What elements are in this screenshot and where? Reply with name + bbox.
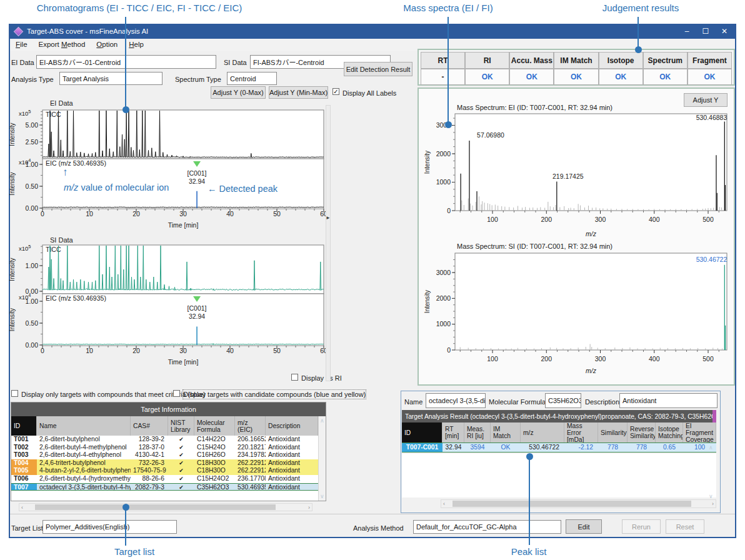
ei-data-field[interactable]: EI-ABSカバー-01-Centroid bbox=[36, 55, 216, 69]
result-table-hscrollbar[interactable]: ‹ › bbox=[441, 499, 716, 508]
result-header-4[interactable]: m/z bbox=[521, 422, 564, 442]
result-header-2[interactable]: Meas.RI [iu] bbox=[464, 422, 491, 442]
result-value-2: OK bbox=[491, 443, 521, 452]
judgement-value-3: OK bbox=[554, 69, 598, 85]
menu-export-method[interactable]: Export Method bbox=[33, 39, 91, 51]
svg-text:40: 40 bbox=[226, 210, 234, 218]
analysis-method-field[interactable]: Default_for_AccuTOF_GC-Alpha bbox=[413, 520, 561, 534]
display-as-ri-checkbox[interactable] bbox=[291, 374, 298, 381]
result-scroll-right-icon[interactable]: › bbox=[712, 500, 714, 508]
judgement-col-ri: RI bbox=[465, 52, 509, 69]
si-data-label: SI Data bbox=[224, 58, 247, 67]
target-header-6[interactable]: Description bbox=[266, 416, 318, 436]
menu-help[interactable]: Help bbox=[123, 39, 149, 51]
table-row-T002[interactable]: T0022,6-ditert-butyl-4-methylphenol128-3… bbox=[11, 444, 326, 452]
adjust-y-minmax-button[interactable]: Adjust Y (Min-Max) bbox=[269, 86, 328, 99]
table-row-T004[interactable]: T0042,4,6-tritert-butylphenol732-26-3✔C1… bbox=[11, 459, 326, 468]
adjust-y-0max-button[interactable]: Adjust Y (0-Max) bbox=[211, 86, 266, 99]
row-id: T001 bbox=[11, 436, 37, 444]
edit-detection-result-button[interactable]: Edit Detection Result bbox=[344, 62, 412, 76]
svg-text:100: 100 bbox=[487, 355, 498, 362]
row-formula: C35H62O3 bbox=[194, 484, 235, 491]
ei-chromatogram-plot[interactable]: 2.505.00x105IntensityTICC0.000.501.00x10… bbox=[9, 106, 330, 236]
menu-option[interactable]: Option bbox=[91, 39, 123, 51]
table-row-T007[interactable]: T007octadecyl 3-(3,5-ditert-butyl-4-hydr… bbox=[11, 483, 326, 491]
result-scroll-down-icon[interactable]: ∨ bbox=[709, 493, 713, 499]
si-mass-spectrum-plot[interactable]: 0100020003000100200300400500m/zIntensity… bbox=[422, 249, 735, 381]
result-header-5[interactable]: Mass Error[mDa] bbox=[564, 422, 598, 442]
spectrum-type-field[interactable]: Centroid bbox=[227, 72, 277, 85]
result-header-9[interactable]: EI FragmentCoverage bbox=[683, 422, 716, 442]
judgement-value-4: OK bbox=[599, 69, 643, 85]
svg-text:TICC: TICC bbox=[46, 111, 61, 118]
target-header-1[interactable]: Name bbox=[37, 416, 131, 436]
ei-mass-spectrum-plot[interactable]: 0100020003000100200300400500m/zIntensity… bbox=[422, 111, 735, 242]
close-button[interactable]: ✕ bbox=[715, 27, 734, 36]
target-header-2[interactable]: CAS# bbox=[131, 416, 168, 436]
row-cas: 17540-75-9 bbox=[131, 467, 168, 475]
target-hscroll-thumb[interactable] bbox=[35, 504, 276, 510]
splitter-handle[interactable] bbox=[326, 105, 331, 381]
si-chromatogram-plot[interactable]: 0.001.00x105IntensityTICC0.000.501.00x10… bbox=[9, 241, 330, 375]
target-table-hscrollbar[interactable]: ‹ › bbox=[19, 503, 312, 511]
target-table-vscrollbar[interactable]: ∧ ∨ bbox=[318, 416, 326, 501]
result-hscroll-thumb[interactable] bbox=[452, 501, 691, 507]
splitter-collapse-icon[interactable]: ► bbox=[326, 215, 331, 221]
menu-file[interactable]: File bbox=[10, 39, 33, 51]
target-header-5[interactable]: m/z (EIC) bbox=[235, 416, 266, 436]
compound-name-field[interactable]: octadecyl 3-(3,5-ditert-butyl-4-hydroxyp… bbox=[426, 393, 486, 408]
result-header-7[interactable]: ReverseSimilarity bbox=[628, 422, 656, 442]
display-all-labels-checkbox[interactable]: ✓ bbox=[332, 88, 339, 95]
row-description: Antioxidant bbox=[266, 475, 318, 483]
result-scroll-left-icon[interactable]: ‹ bbox=[443, 500, 445, 508]
rerun-button[interactable]: Rerun bbox=[622, 519, 661, 534]
judgement-value-0: - bbox=[421, 69, 465, 85]
display-as-ri-label: Display as RI bbox=[301, 374, 342, 382]
target-header-4[interactable]: MolecularFormula bbox=[194, 416, 235, 436]
scroll-left-icon[interactable]: ‹ bbox=[21, 504, 23, 511]
scroll-up-icon[interactable]: ∧ bbox=[320, 418, 324, 424]
analysis-type-field[interactable]: Target Analysis bbox=[59, 72, 162, 85]
result-table-row[interactable]: T007-C00132.943594OK530.46722-2.12778778… bbox=[402, 442, 716, 452]
filter-candidate-checkbox[interactable] bbox=[173, 390, 180, 397]
result-header-8[interactable]: IsotopeMatching bbox=[656, 422, 683, 442]
svg-text:3000: 3000 bbox=[436, 269, 451, 276]
svg-text:10: 10 bbox=[86, 210, 93, 218]
svg-text:Intensity: Intensity bbox=[424, 151, 431, 174]
title-bar[interactable]: Target-ABS cover - msFineAnalysis AI – ☐… bbox=[9, 24, 736, 39]
annotation-dot-judgement bbox=[635, 46, 642, 53]
adjust-y-button[interactable]: Adjust Y bbox=[684, 93, 728, 107]
target-header-0[interactable]: ID bbox=[11, 416, 37, 436]
minimize-button[interactable]: – bbox=[678, 27, 696, 36]
table-row-T003[interactable]: T0032,6-ditert-butyl-4-ethylphenol4130-4… bbox=[11, 451, 326, 459]
edit-button[interactable]: Edit bbox=[566, 519, 602, 534]
description-field[interactable]: Antioxidant bbox=[619, 393, 718, 408]
row-id: T004 bbox=[11, 459, 37, 468]
result-scroll-up-icon[interactable]: ∧ bbox=[709, 444, 713, 451]
result-header-3[interactable]: IM Match bbox=[491, 422, 521, 442]
row-description: Antioxidant bbox=[266, 484, 318, 491]
row-mz: 236.17708 bbox=[235, 475, 266, 483]
row-cas: 128-39-2 bbox=[131, 436, 168, 444]
target-header-3[interactable]: NISTLibrary bbox=[168, 416, 194, 436]
judgement-col-accu-mass: Accu. Mass bbox=[509, 52, 554, 69]
table-row-T006[interactable]: T0062,6-ditert-butyl-4-(hydroxymethyl)ph… bbox=[11, 475, 326, 483]
maximize-button[interactable]: ☐ bbox=[696, 27, 715, 36]
spectrum-type-label: Spectrum Type bbox=[175, 75, 221, 84]
result-header-0[interactable]: ID bbox=[402, 422, 442, 442]
svg-text:0.00: 0.00 bbox=[26, 341, 39, 349]
table-row-T001[interactable]: T0012,6-ditert-butylphenol128-39-2✔C14H2… bbox=[11, 436, 326, 444]
scroll-right-icon[interactable]: › bbox=[308, 504, 310, 511]
ei-data-label: EI Data bbox=[11, 58, 34, 67]
filter-meet-criteria-checkbox[interactable] bbox=[11, 390, 18, 397]
reset-button[interactable]: Reset bbox=[666, 519, 704, 534]
row-cas: 4130-42-1 bbox=[131, 451, 168, 459]
scroll-down-icon[interactable]: ∨ bbox=[320, 493, 324, 499]
result-header-1[interactable]: RT[min] bbox=[442, 422, 464, 442]
target-lists-field[interactable]: Polymer_Additives(English) bbox=[42, 520, 177, 534]
result-header-6[interactable]: Similarity bbox=[598, 422, 628, 442]
table-row-T005[interactable]: T0054-butan-2-yl-2,6-ditert-butylphenol1… bbox=[11, 467, 326, 475]
svg-text:Time [min]: Time [min] bbox=[168, 358, 199, 366]
molecular-formula-field[interactable]: C35H62O3 bbox=[545, 393, 581, 408]
svg-text:57.06980: 57.06980 bbox=[477, 131, 504, 139]
